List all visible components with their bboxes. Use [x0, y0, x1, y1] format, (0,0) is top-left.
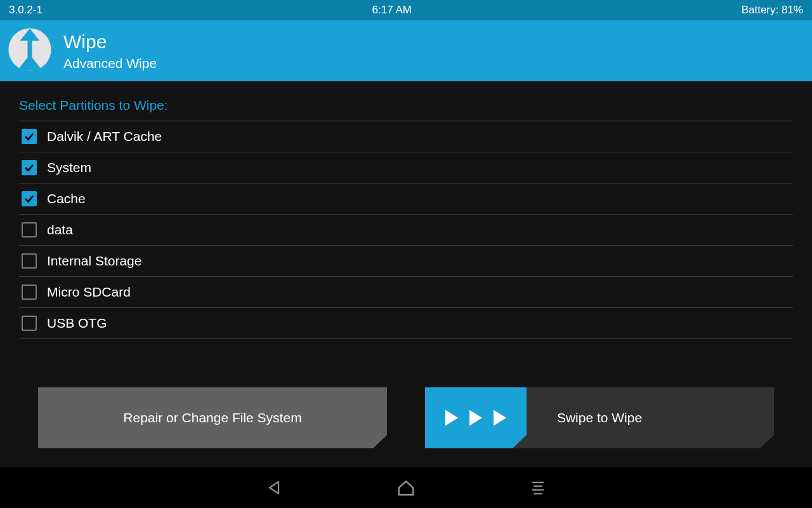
- partition-row[interactable]: Dalvik / ART Cache: [19, 121, 793, 152]
- partition-checkbox[interactable]: [22, 253, 37, 269]
- system-navbar: [0, 467, 812, 508]
- partition-label: System: [47, 160, 91, 175]
- partition-checkbox[interactable]: [22, 129, 37, 144]
- partition-label: data: [47, 222, 73, 237]
- partition-label: Internal Storage: [47, 253, 141, 269]
- partition-checkbox[interactable]: [22, 191, 37, 206]
- partition-checkbox[interactable]: [22, 284, 37, 300]
- page-subtitle: Advanced Wipe: [63, 56, 157, 71]
- battery-label: Battery: 81%: [742, 4, 803, 17]
- page-header: Wipe Advanced Wipe: [0, 20, 812, 81]
- repair-fs-label: Repair or Change File System: [123, 410, 301, 425]
- swipe-to-wipe-slider[interactable]: Swipe to Wipe: [425, 387, 774, 448]
- partition-row[interactable]: System: [19, 152, 793, 184]
- partition-row[interactable]: USB OTG: [19, 308, 793, 339]
- partition-row[interactable]: Micro SDCard: [19, 277, 793, 308]
- partition-label: Cache: [47, 191, 86, 206]
- partition-label: Micro SDCard: [47, 284, 131, 300]
- home-icon[interactable]: [396, 478, 416, 498]
- partition-list: Dalvik / ART CacheSystemCachedataInterna…: [19, 121, 793, 339]
- main-panel: Select Partitions to Wipe: Dalvik / ART …: [0, 81, 812, 467]
- page-title: Wipe: [63, 31, 157, 52]
- partition-checkbox[interactable]: [22, 222, 37, 237]
- section-label: Select Partitions to Wipe:: [19, 98, 793, 121]
- menu-icon[interactable]: [528, 478, 548, 498]
- clock-label: 6:17 AM: [372, 4, 412, 17]
- partition-row[interactable]: data: [19, 215, 793, 246]
- action-button-row: Repair or Change File System Swipe to Wi…: [38, 387, 774, 448]
- partition-checkbox[interactable]: [22, 316, 37, 331]
- partition-checkbox[interactable]: [22, 160, 37, 175]
- partition-label: Dalvik / ART Cache: [47, 129, 162, 144]
- twrp-logo-icon: [8, 27, 52, 74]
- back-icon[interactable]: [264, 478, 284, 498]
- partition-row[interactable]: Cache: [19, 184, 793, 215]
- swipe-label: Swipe to Wipe: [425, 410, 774, 425]
- repair-fs-button[interactable]: Repair or Change File System: [38, 387, 387, 448]
- partition-row[interactable]: Internal Storage: [19, 246, 793, 277]
- partition-label: USB OTG: [47, 316, 107, 331]
- version-label: 3.0.2-1: [9, 4, 43, 17]
- status-bar: 3.0.2-1 6:17 AM Battery: 81%: [0, 0, 812, 20]
